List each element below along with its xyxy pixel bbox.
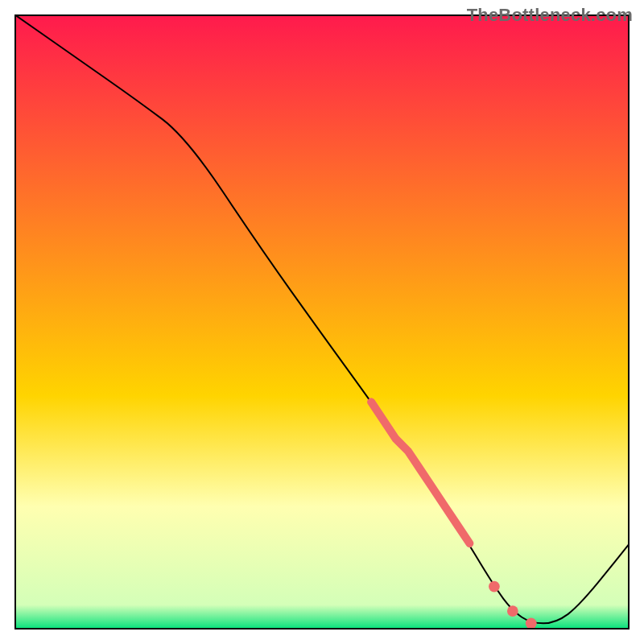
watermark-text: TheBottleneck.com (467, 5, 633, 26)
highlight-dot (507, 605, 518, 617)
chart-stage: { "watermark": "TheBottleneck.com", "col… (0, 0, 644, 644)
bottleneck-curve (14, 14, 630, 623)
highlight-dot (526, 617, 537, 629)
highlight-segment (371, 402, 537, 629)
chart-overlay (14, 14, 630, 630)
highlight-thick (371, 402, 469, 543)
highlight-dot (489, 581, 500, 592)
